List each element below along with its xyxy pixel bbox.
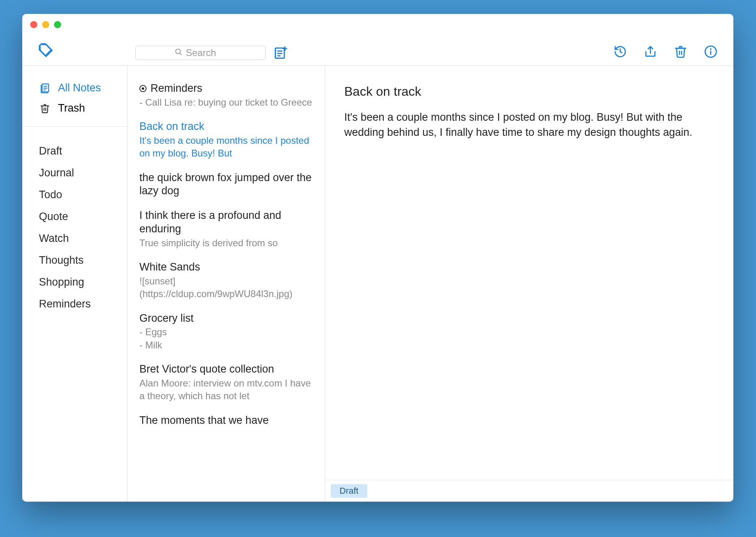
note-list: Reminders- Call Lisa re: buying our tick… xyxy=(127,66,325,502)
sidebar-tag-thoughts[interactable]: Thoughts xyxy=(22,249,127,271)
sidebar: All Notes Trash DraftJournalTodoQuoteWat… xyxy=(22,66,127,502)
note-item-title-text: White Sands xyxy=(139,261,200,274)
history-icon[interactable] xyxy=(613,45,627,58)
note-item-title-text: I think there is a profound and enduring xyxy=(139,209,313,236)
sidebar-all-notes-label: All Notes xyxy=(58,82,101,94)
note-item-preview: It's been a couple months since I posted… xyxy=(139,134,313,160)
note-item-title: Bret Victor's quote collection xyxy=(139,363,313,376)
trash-sidebar-icon xyxy=(39,103,51,114)
svg-point-15 xyxy=(710,49,711,49)
note-item-preview: - Eggs - Milk xyxy=(139,326,313,352)
note-item-title: The moments that we have xyxy=(139,414,313,427)
editor-body[interactable]: It's been a couple months since I posted… xyxy=(344,110,702,140)
search-input[interactable] xyxy=(185,47,226,59)
minimize-window-button[interactable] xyxy=(42,21,49,28)
note-item-title: Back on track xyxy=(139,120,313,133)
editor-footer: Draft xyxy=(325,480,733,502)
editor-tag-pill[interactable]: Draft xyxy=(331,484,367,498)
share-icon[interactable] xyxy=(644,45,657,58)
sidebar-tag-todo[interactable]: Todo xyxy=(22,184,127,206)
app-window: All Notes Trash DraftJournalTodoQuoteWat… xyxy=(22,14,733,502)
search-field[interactable] xyxy=(135,46,266,60)
sidebar-all-notes[interactable]: All Notes xyxy=(22,78,127,98)
editor-title[interactable]: Back on track xyxy=(344,84,710,99)
note-item-title-text: the quick brown fox jumped over the lazy… xyxy=(139,171,313,198)
sidebar-tag-reminders[interactable]: Reminders xyxy=(22,293,127,315)
app-body: All Notes Trash DraftJournalTodoQuoteWat… xyxy=(22,66,733,502)
pinned-bullet-icon xyxy=(139,85,147,92)
zoom-window-button[interactable] xyxy=(54,21,61,28)
sidebar-tag-watch[interactable]: Watch xyxy=(22,228,127,249)
svg-point-0 xyxy=(176,49,181,54)
note-item-title: I think there is a profound and enduring xyxy=(139,209,313,236)
tags-icon[interactable] xyxy=(38,42,54,58)
note-item-title: Grocery list xyxy=(139,312,313,325)
window-controls xyxy=(30,21,61,28)
note-item-title-text: Reminders xyxy=(150,82,202,95)
sidebar-tag-list: DraftJournalTodoQuoteWatchThoughtsShoppi… xyxy=(22,127,127,315)
new-note-button[interactable] xyxy=(274,46,288,60)
note-list-item[interactable]: Back on trackIt's been a couple months s… xyxy=(127,115,325,166)
sidebar-tag-draft[interactable]: Draft xyxy=(22,140,127,162)
svg-line-1 xyxy=(180,53,182,55)
note-item-title-text: Back on track xyxy=(139,120,204,133)
search-icon xyxy=(175,47,183,58)
sidebar-trash[interactable]: Trash xyxy=(22,98,127,118)
note-item-title: White Sands xyxy=(139,261,313,274)
sidebar-tag-shopping[interactable]: Shopping xyxy=(22,271,127,293)
note-item-title-text: Grocery list xyxy=(139,312,194,325)
note-list-item[interactable]: Bret Victor's quote collectionAlan Moore… xyxy=(127,358,325,409)
note-list-item[interactable]: the quick brown fox jumped over the lazy… xyxy=(127,166,325,205)
editor-content[interactable]: Back on track It's been a couple months … xyxy=(325,66,733,140)
note-list-item[interactable]: The moments that we have xyxy=(127,409,325,434)
sidebar-trash-label: Trash xyxy=(58,102,85,114)
note-item-title-text: The moments that we have xyxy=(139,414,269,427)
note-item-preview: True simplicity is derived from so xyxy=(139,237,313,249)
note-item-title: Reminders xyxy=(139,82,313,95)
trash-icon[interactable] xyxy=(674,45,687,58)
toolbar xyxy=(22,14,733,66)
note-item-preview: Alan Moore: interview on mtv.com I have … xyxy=(139,377,313,403)
note-item-title: the quick brown fox jumped over the lazy… xyxy=(139,171,313,198)
sidebar-tag-quote[interactable]: Quote xyxy=(22,206,127,228)
note-list-item[interactable]: White Sands![sunset](https://cldup.com/9… xyxy=(127,256,325,307)
note-item-title-text: Bret Victor's quote collection xyxy=(139,363,274,376)
note-list-item[interactable]: Reminders- Call Lisa re: buying our tick… xyxy=(127,77,325,115)
note-item-preview: - Call Lisa re: buying our ticket to Gre… xyxy=(139,96,313,109)
editor-pane: Back on track It's been a couple months … xyxy=(325,66,733,502)
info-icon[interactable] xyxy=(704,45,717,58)
note-list-item[interactable]: Grocery list- Eggs - Milk xyxy=(127,307,325,358)
note-item-preview: ![sunset](https://cldup.com/9wpWU84l3n.j… xyxy=(139,275,313,301)
svg-line-9 xyxy=(620,52,622,53)
all-notes-icon xyxy=(39,83,51,94)
sidebar-tag-journal[interactable]: Journal xyxy=(22,162,127,184)
note-list-item[interactable]: I think there is a profound and enduring… xyxy=(127,204,325,256)
close-window-button[interactable] xyxy=(30,21,37,28)
